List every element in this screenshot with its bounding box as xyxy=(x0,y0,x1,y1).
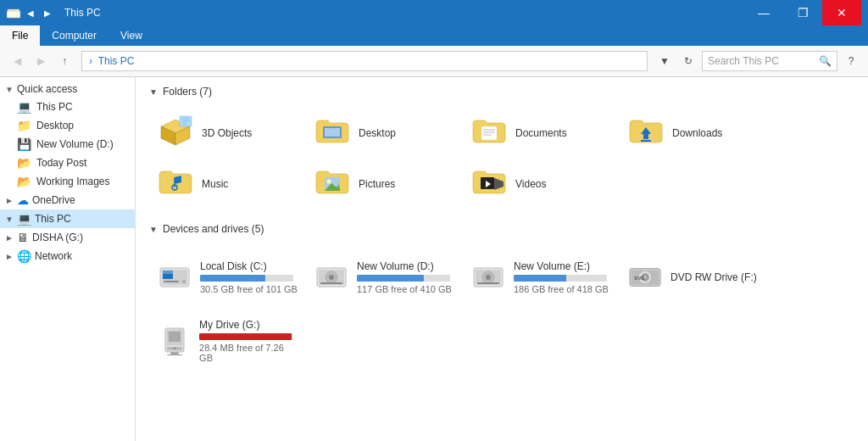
device-g-icon-wrap xyxy=(158,327,191,355)
device-g-progress-bar xyxy=(199,333,292,340)
device-d-name: New Volume (D:) xyxy=(357,260,452,272)
device-c-progress-bar xyxy=(200,275,265,282)
svg-rect-12 xyxy=(481,126,497,140)
device-d-info: New Volume (D:) 117 GB free of 410 GB xyxy=(357,260,452,294)
new-volume-d-icon xyxy=(315,263,348,292)
svg-point-18 xyxy=(327,179,331,183)
sidebar-section-thispc[interactable]: ▼ 💻 This PC xyxy=(0,209,135,228)
folder-downloads-icon xyxy=(628,115,664,152)
folder-item-desktop[interactable]: Desktop xyxy=(306,108,463,159)
folder-videos-name: Videos xyxy=(515,178,546,190)
restore-button[interactable]: ❐ xyxy=(783,0,822,25)
device-g-progress-wrap xyxy=(199,333,292,340)
folder-item-music[interactable]: Music xyxy=(149,159,306,209)
device-item-c[interactable]: Local Disk (C:) 30.5 GB free of 101 GB xyxy=(149,245,306,309)
sidebar-section-disha[interactable]: ► 🖥 DISHA (G:) xyxy=(0,228,135,247)
onedrive-label: OneDrive xyxy=(32,194,75,206)
sidebar-section-quick-access[interactable]: ▼ Quick access xyxy=(0,81,135,98)
device-c-info: Local Disk (C:) 30.5 GB free of 101 GB xyxy=(200,260,298,294)
folder-item-videos[interactable]: Videos xyxy=(463,159,620,209)
onedrive-chevron: ► xyxy=(5,196,14,205)
svg-rect-38 xyxy=(477,282,499,284)
folder-music-info: Music xyxy=(202,178,228,190)
thispc-section-chevron: ▼ xyxy=(5,215,14,224)
device-g-info: My Drive (G:) 28.4 MB free of 7.26 GB xyxy=(199,319,298,363)
svg-point-27 xyxy=(182,280,186,283)
help-button[interactable]: ? xyxy=(841,51,861,71)
sidebar-section-onedrive[interactable]: ► ☁ OneDrive xyxy=(0,191,135,209)
svg-rect-33 xyxy=(320,282,342,284)
tab-computer[interactable]: Computer xyxy=(40,25,108,46)
thispc-section-icon: 💻 xyxy=(17,212,31,226)
refresh-button[interactable]: ↻ xyxy=(678,51,698,71)
sidebar: ▼ Quick access 💻 This PC 📁 Desktop 💾 New… xyxy=(0,77,136,441)
folders-section-header[interactable]: ▼ Folders (7) xyxy=(149,86,854,98)
folder-item-3d-objects[interactable]: 3D Objects xyxy=(149,108,306,159)
minimize-button[interactable]: — xyxy=(744,0,783,25)
folders-title: Folders (7) xyxy=(163,86,212,98)
device-e-icon-wrap xyxy=(471,263,505,292)
device-g-size: 28.4 MB free of 7.26 GB xyxy=(199,343,298,363)
device-d-size: 117 GB free of 410 GB xyxy=(357,284,452,294)
search-bar[interactable]: Search This PC 🔍 xyxy=(702,51,837,71)
device-item-g[interactable]: My Drive (G:) 28.4 MB free of 7.26 GB xyxy=(149,309,306,372)
window-controls: — ❐ ✕ xyxy=(744,0,861,25)
my-drive-g-icon xyxy=(159,327,191,355)
drive-d-icon: 💾 xyxy=(17,137,31,151)
folder-item-downloads[interactable]: Downloads xyxy=(620,108,776,159)
sidebar-item-desktop[interactable]: 📁 Desktop xyxy=(0,116,135,135)
folder-item-documents[interactable]: Documents xyxy=(463,108,620,159)
device-item-f[interactable]: DVD DVD RW Drive (F:) xyxy=(620,245,776,309)
folder-3d-info: 3D Objects xyxy=(202,127,252,139)
disha-chevron: ► xyxy=(5,233,14,243)
folder-pictures-info: Pictures xyxy=(359,178,395,190)
devices-section-header[interactable]: ▼ Devices and drives (5) xyxy=(149,223,854,235)
svg-rect-26 xyxy=(163,271,173,274)
svg-point-49 xyxy=(173,347,175,349)
folder-documents-name: Documents xyxy=(515,127,567,139)
sidebar-thispc-label: This PC xyxy=(36,101,73,113)
svg-point-32 xyxy=(329,275,334,280)
back-arrow-icon: ◀ xyxy=(24,6,37,20)
close-button[interactable]: ✕ xyxy=(822,0,861,25)
svg-rect-11 xyxy=(325,128,340,137)
tab-file[interactable]: File xyxy=(0,25,40,46)
device-item-d[interactable]: New Volume (D:) 117 GB free of 410 GB xyxy=(306,245,463,309)
address-bar[interactable]: › This PC xyxy=(81,51,648,71)
folder-3d-icon xyxy=(158,114,193,153)
app-icon xyxy=(7,6,20,20)
folder-downloads-info: Downloads xyxy=(672,127,722,139)
device-g-name: My Drive (G:) xyxy=(199,319,298,331)
local-disk-c-icon xyxy=(159,263,191,292)
sidebar-workingimages-label: Working Images xyxy=(36,176,109,187)
forward-button[interactable]: ▶ xyxy=(31,51,51,71)
device-item-e[interactable]: New Volume (E:) 186 GB free of 418 GB xyxy=(463,245,620,309)
device-d-icon-wrap xyxy=(314,263,348,292)
svg-rect-2 xyxy=(7,11,20,18)
tab-view[interactable]: View xyxy=(108,25,154,46)
dropdown-button[interactable]: ▼ xyxy=(654,51,675,71)
folder-item-pictures[interactable]: Pictures xyxy=(306,159,463,209)
sidebar-section-network[interactable]: ► 🌐 Network xyxy=(0,247,135,265)
device-d-progress-bar xyxy=(357,275,424,282)
device-c-name: Local Disk (C:) xyxy=(200,260,298,272)
sidebar-item-thispc-qa[interactable]: 💻 This PC xyxy=(0,98,135,116)
sidebar-item-newvol-d[interactable]: 💾 New Volume (D:) xyxy=(0,135,135,154)
back-button[interactable]: ◀ xyxy=(7,51,27,71)
device-e-progress-bar xyxy=(514,275,566,282)
up-button[interactable]: ↑ xyxy=(54,51,75,71)
folder-pictures-icon xyxy=(314,166,350,203)
main-area: ▼ Quick access 💻 This PC 📁 Desktop 💾 New… xyxy=(0,77,868,441)
search-placeholder: Search This PC xyxy=(708,55,779,67)
sidebar-item-today-post[interactable]: 📂 Today Post xyxy=(0,154,135,172)
sidebar-item-working-images[interactable]: 📂 Working Images xyxy=(0,172,135,191)
onedrive-icon: ☁ xyxy=(17,193,29,207)
device-c-progress-wrap xyxy=(200,275,293,282)
ribbon: File Computer View ◀ ▶ ↑ › This PC ▼ ↻ S… xyxy=(0,25,868,77)
app-icons: ◀ ▶ xyxy=(7,6,54,20)
device-e-progress-wrap xyxy=(514,275,607,282)
svg-rect-50 xyxy=(170,352,179,354)
folder-music-icon xyxy=(158,166,193,203)
folders-chevron: ▼ xyxy=(149,87,158,97)
breadcrumb-text: This PC xyxy=(98,55,135,67)
